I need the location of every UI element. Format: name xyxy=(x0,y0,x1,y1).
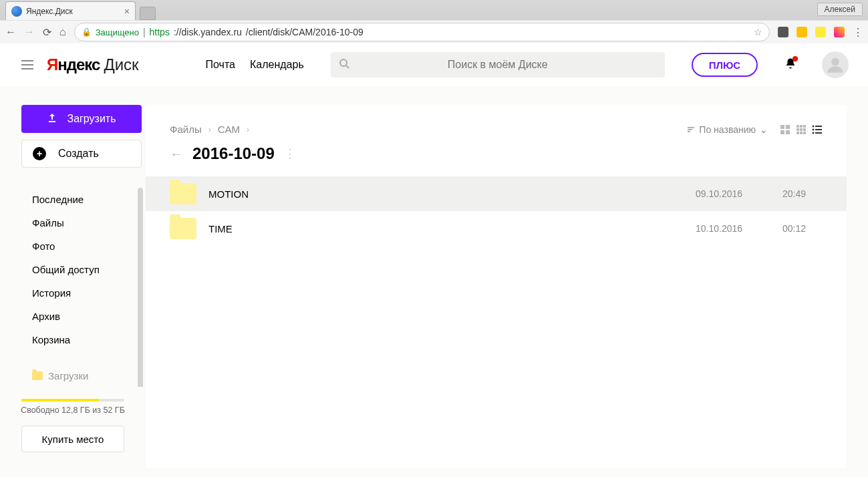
chrome-menu-icon[interactable]: ⋮ xyxy=(853,26,863,39)
file-time: 20:49 xyxy=(782,188,823,199)
tab-title: Яндекс.Диск xyxy=(26,7,73,16)
sidebar-folder-label: Загрузки xyxy=(48,370,88,381)
logo-ndex: ндекс xyxy=(57,55,100,74)
sidebar-nav: Последние Файлы Фото Общий доступ Истори… xyxy=(0,188,146,351)
sidebar-item-shared[interactable]: Общий доступ xyxy=(32,258,132,281)
svg-rect-8 xyxy=(800,125,803,128)
browser-chrome: Яндекс.Диск × Алексей ← → ⟳ ⌂ 🔒 Защищено… xyxy=(0,0,868,43)
sort-dropdown[interactable]: По названию ⌄ xyxy=(687,124,768,135)
storage-fill xyxy=(21,399,99,402)
app-header: ЯндексДиск Почта Календарь ПЛЮС xyxy=(0,43,868,86)
address-bar[interactable]: 🔒 Защищено | https://disk.yandex.ru/clie… xyxy=(74,23,770,41)
new-tab-button[interactable] xyxy=(140,7,156,20)
url-separator: | xyxy=(143,27,146,37)
sidebar: Загрузить + Создать Последние Файлы Фото… xyxy=(0,86,146,468)
sidebar-item-files[interactable]: Файлы xyxy=(32,211,132,234)
file-row[interactable]: MOTION 09.10.2016 20:49 xyxy=(146,176,847,211)
svg-point-18 xyxy=(813,128,815,130)
svg-rect-13 xyxy=(797,132,799,134)
breadcrumb-item[interactable]: CAM xyxy=(218,124,240,135)
menu-icon[interactable] xyxy=(21,60,33,69)
upload-button[interactable]: Загрузить xyxy=(21,105,142,133)
sort-view-controls: По названию ⌄ xyxy=(687,124,823,135)
folder-icon xyxy=(170,183,196,204)
favicon xyxy=(11,6,22,17)
svg-rect-5 xyxy=(780,130,784,134)
extension-icon[interactable] xyxy=(797,27,807,37)
header-nav: Почта Календарь xyxy=(206,59,304,71)
folder-icon xyxy=(32,371,43,380)
file-list: MOTION 09.10.2016 20:49 TIME 10.10.2016 … xyxy=(146,176,847,246)
create-button[interactable]: + Создать xyxy=(21,140,142,168)
svg-rect-15 xyxy=(803,132,806,134)
search-input[interactable] xyxy=(340,59,656,71)
svg-rect-11 xyxy=(800,128,803,131)
sort-icon xyxy=(687,126,695,133)
svg-rect-14 xyxy=(800,132,803,134)
extension-icon[interactable] xyxy=(815,27,826,37)
svg-rect-10 xyxy=(797,128,799,131)
sidebar-item-archive[interactable]: Архив xyxy=(32,305,132,328)
tab-close-icon[interactable]: × xyxy=(124,6,130,17)
plus-icon: + xyxy=(33,147,46,160)
sidebar-item-photo[interactable]: Фото xyxy=(32,234,132,258)
storage-text: Свободно 12,8 ГБ из 52 ГБ xyxy=(0,406,146,415)
sidebar-item-trash[interactable]: Корзина xyxy=(32,328,132,351)
app: ЯндексДиск Почта Календарь ПЛЮС Загрузит… xyxy=(0,43,868,477)
svg-line-1 xyxy=(346,65,349,68)
plus-button[interactable]: ПЛЮС xyxy=(692,53,758,77)
back-arrow-icon[interactable]: ← xyxy=(170,146,183,162)
url-path: /client/disk/CAM/2016-10-09 xyxy=(246,27,364,37)
forward-icon: → xyxy=(24,26,35,38)
sidebar-scroll: Последние Файлы Фото Общий доступ Истори… xyxy=(0,188,146,387)
file-row[interactable]: TIME 10.10.2016 00:12 xyxy=(146,211,847,246)
storage-bar xyxy=(21,399,124,402)
extension-icon[interactable] xyxy=(778,27,788,37)
nav-calendar[interactable]: Календарь xyxy=(250,59,304,71)
sidebar-folder-downloads[interactable]: Загрузки xyxy=(0,365,146,387)
bookmark-star-icon[interactable]: ☆ xyxy=(754,27,762,37)
avatar[interactable] xyxy=(822,51,849,78)
view-large-tiles-icon[interactable] xyxy=(780,124,790,135)
home-icon[interactable]: ⌂ xyxy=(59,26,66,38)
profile-chip[interactable]: Алексей xyxy=(817,3,863,16)
chevron-down-icon: ⌄ xyxy=(760,124,768,135)
svg-rect-6 xyxy=(786,130,790,134)
reload-icon[interactable]: ⟳ xyxy=(43,26,51,39)
buy-space-button[interactable]: Купить место xyxy=(21,426,124,452)
file-name: TIME xyxy=(208,223,696,234)
svg-rect-12 xyxy=(803,128,806,131)
view-icons xyxy=(780,124,823,135)
upload-icon xyxy=(47,112,57,126)
view-small-tiles-icon[interactable] xyxy=(796,124,807,135)
secure-label: Защищено xyxy=(96,27,139,37)
more-icon[interactable]: ⋮ xyxy=(284,146,296,161)
logo[interactable]: ЯндексДиск xyxy=(47,55,139,74)
extension-icon[interactable] xyxy=(834,27,845,37)
svg-rect-21 xyxy=(815,132,822,134)
sidebar-item-history[interactable]: История xyxy=(32,281,132,305)
content-row: Загрузить + Создать Последние Файлы Фото… xyxy=(0,86,868,468)
url-host: ://disk.yandex.ru xyxy=(174,27,242,37)
search-box[interactable] xyxy=(331,52,665,77)
logo-disk: Диск xyxy=(104,55,138,74)
create-label: Создать xyxy=(58,148,99,160)
view-list-icon[interactable] xyxy=(812,124,823,135)
chevron-right-icon: › xyxy=(247,125,249,134)
svg-rect-4 xyxy=(786,125,790,129)
folder-title: 2016-10-09 xyxy=(192,144,275,163)
back-icon[interactable]: ← xyxy=(5,26,16,38)
svg-point-2 xyxy=(831,58,839,66)
url-scheme: https xyxy=(150,27,170,37)
nav-mail[interactable]: Почта xyxy=(206,59,235,71)
notification-dot xyxy=(792,56,798,61)
sidebar-item-recent[interactable]: Последние xyxy=(32,188,132,211)
svg-point-16 xyxy=(813,125,815,127)
svg-point-0 xyxy=(340,59,347,66)
svg-rect-19 xyxy=(815,129,822,130)
file-date: 10.10.2016 xyxy=(696,223,782,234)
notifications-icon[interactable] xyxy=(784,57,797,73)
browser-tab[interactable]: Яндекс.Диск × xyxy=(5,1,136,20)
breadcrumb-item[interactable]: Файлы xyxy=(170,124,202,135)
sort-label: По названию xyxy=(699,124,756,135)
